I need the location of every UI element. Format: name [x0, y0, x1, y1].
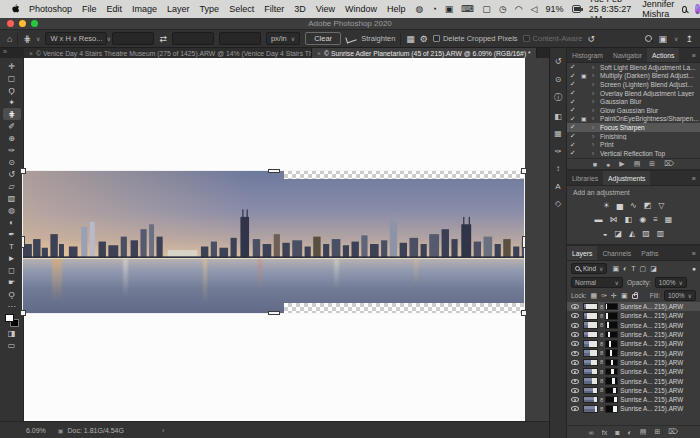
menu-item[interactable]: Filter	[264, 4, 284, 14]
crop-ratio-select[interactable]: W x H x Reso... ∨	[45, 32, 107, 45]
layer-thumbnail[interactable]	[583, 331, 598, 339]
action-row[interactable]: ✓ › Gaussian Blur	[567, 97, 700, 106]
disclosure-chevron-icon[interactable]: ›	[592, 133, 598, 140]
panel-menu-icon[interactable]: ≡	[692, 171, 700, 185]
action-include-check[interactable]: ✓	[570, 72, 579, 80]
document-page[interactable]	[24, 58, 525, 421]
shape-tool[interactable]: ◻	[3, 264, 21, 276]
hand-tool[interactable]: ☛	[3, 276, 21, 288]
mask-link-icon[interactable]: 8	[600, 304, 603, 310]
action-row[interactable]: ✓ › Screen (Lighten) Blend Adjust...	[567, 80, 700, 89]
action-row[interactable]: ✓ › Glow Gaussian Blur	[567, 106, 700, 115]
crop-height-input[interactable]	[172, 32, 214, 45]
history-brush-tool[interactable]: ↺	[3, 168, 21, 180]
layer-thumbnail[interactable]	[583, 377, 598, 385]
photo-filter-icon[interactable]: ◉	[639, 215, 646, 224]
layer-name[interactable]: Sunrise A... 215).ARW	[620, 378, 683, 385]
layer-mask-thumbnail[interactable]	[605, 312, 618, 320]
edit-toolbar-icon[interactable]: ⋯	[3, 300, 21, 312]
layer-thumbnail[interactable]	[583, 368, 598, 376]
delete-cropped-pixels-option[interactable]: Delete Cropped Pixels	[433, 34, 518, 43]
layer-thumbnail[interactable]	[583, 396, 598, 404]
menu-item[interactable]: 3D	[294, 4, 306, 14]
share-image-icon[interactable]: ↥	[685, 34, 693, 44]
mask-link-icon[interactable]: 8	[600, 378, 603, 384]
visibility-eye-icon[interactable]	[571, 351, 579, 356]
screen-mirroring-icon[interactable]: ▢	[482, 4, 491, 14]
action-dialog-toggle[interactable]: ▣	[581, 115, 590, 122]
visibility-eye-icon[interactable]	[571, 388, 579, 393]
menu-item[interactable]: Photoshop	[29, 4, 72, 14]
keyboard-icon[interactable]: ⌨	[461, 4, 474, 14]
crop-overlay-options-icon[interactable]: ▦	[406, 34, 415, 44]
layer-mask-thumbnail[interactable]	[605, 359, 618, 367]
visibility-eye-icon[interactable]	[571, 360, 579, 365]
close-tab-icon[interactable]: ×	[317, 50, 321, 57]
visibility-eye-icon[interactable]	[571, 406, 579, 411]
crop-handle-top[interactable]	[268, 169, 280, 173]
disclosure-chevron-icon[interactable]: ›	[592, 115, 598, 122]
visibility-eye-icon[interactable]	[571, 313, 579, 318]
layer-thumbnail[interactable]	[583, 405, 598, 413]
layer-thumbnail[interactable]	[583, 312, 598, 320]
layer-row[interactable]: 8 Sunrise A... 215).ARW	[567, 367, 700, 376]
menu-item[interactable]: File	[82, 4, 97, 14]
layer-mask-thumbnail[interactable]	[605, 331, 618, 339]
layer-mask-thumbnail[interactable]	[605, 321, 618, 329]
crop-settings-gear-icon[interactable]: ⚙	[420, 34, 428, 44]
layer-name[interactable]: Sunrise A... 215).ARW	[620, 368, 683, 375]
action-include-check[interactable]: ✓	[570, 89, 579, 97]
action-include-check[interactable]: ✓	[570, 115, 579, 123]
layer-row[interactable]: 8 Sunrise A... 215).ARW	[567, 395, 700, 404]
delete-cropped-pixels-checkbox[interactable]	[433, 35, 440, 42]
layer-mask-thumbnail[interactable]	[605, 387, 618, 395]
crop-handle-left[interactable]	[21, 236, 25, 248]
content-aware-option[interactable]: Content-Aware	[523, 34, 583, 43]
visibility-eye-icon[interactable]	[571, 379, 579, 384]
panel-tab[interactable]: Paths	[636, 246, 663, 260]
gradient-map-icon[interactable]: ▨	[642, 229, 650, 238]
delete-layer-icon[interactable]: ⌦	[668, 428, 678, 436]
resolution-unit-select[interactable]: px/in ∨	[266, 32, 300, 45]
color-swatches[interactable]	[5, 314, 19, 327]
color-profile-icon[interactable]: ◔	[431, 4, 436, 14]
panel-tab[interactable]: Actions	[647, 48, 679, 62]
disclosure-chevron-icon[interactable]: ›	[592, 90, 598, 97]
display-icon[interactable]: ▣	[445, 4, 454, 14]
layer-mask-thumbnail[interactable]	[605, 377, 618, 385]
dodge-tool[interactable]: ◐	[3, 216, 21, 228]
minimize-window-button[interactable]	[19, 20, 26, 27]
opacity-select[interactable]: 100% ∨	[655, 277, 687, 288]
crop-width-input[interactable]	[112, 32, 154, 45]
layer-row[interactable]: 8 Sunrise A... 215).ARW	[567, 386, 700, 395]
layer-row[interactable]: 8 Sunrise A... 215).ARW	[567, 358, 700, 367]
layer-name[interactable]: Sunrise A... 215).ARW	[620, 312, 683, 319]
panel-tab[interactable]: Adjustments	[603, 171, 650, 185]
action-row[interactable]: ✓ ▣ › PaintOnEyeBrightness/Sharpen...	[567, 115, 700, 124]
battery-icon[interactable]	[572, 5, 581, 13]
layer-name[interactable]: Sunrise A... 215).ARW	[620, 405, 683, 412]
layer-mask-thumbnail[interactable]	[605, 349, 618, 357]
layer-filter-type-select[interactable]: Kind ∨	[571, 263, 607, 274]
quick-selection-tool[interactable]: ✦	[3, 96, 21, 108]
delete-icon[interactable]: ⌦	[664, 160, 674, 168]
spotlight-search-icon[interactable]	[682, 6, 686, 13]
filter-pixel-layers-icon[interactable]: ▣	[612, 265, 619, 273]
action-include-check[interactable]: ✓	[570, 123, 579, 131]
menu-item[interactable]: Edit	[107, 4, 123, 14]
lock-paint-icon[interactable]: ✑	[601, 292, 607, 300]
layer-mask-thumbnail[interactable]	[605, 405, 618, 413]
blend-mode-select[interactable]: Normal ∨	[571, 277, 623, 288]
brightness-contrast-icon[interactable]: ☀	[603, 201, 610, 210]
layer-mask-thumbnail[interactable]	[605, 396, 618, 404]
curves-icon[interactable]: ∿	[630, 201, 637, 210]
chevron-down-icon[interactable]: ∨	[674, 35, 678, 42]
eraser-tool[interactable]: ▱	[3, 180, 21, 192]
disclosure-chevron-icon[interactable]: ›	[592, 150, 598, 157]
panel-tab[interactable]: Histogram	[567, 48, 608, 62]
visibility-eye-icon[interactable]	[571, 341, 579, 346]
close-tab-icon[interactable]: ×	[29, 50, 33, 57]
layer-row[interactable]: 8 Sunrise A... 215).ARW	[567, 339, 700, 348]
action-include-check[interactable]: ✓	[570, 98, 579, 106]
layer-thumbnail[interactable]	[583, 387, 598, 395]
